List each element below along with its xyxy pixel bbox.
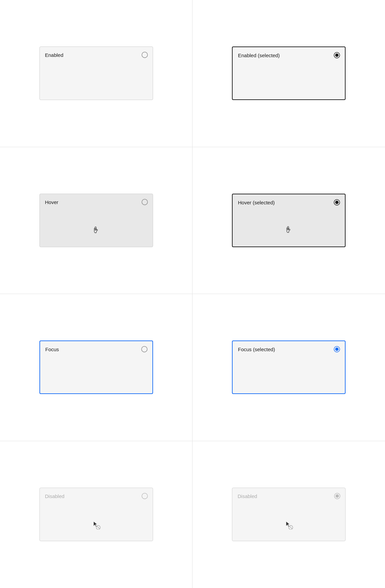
card-disabled: Disabled <box>39 488 153 541</box>
state-grid: Enabled Enabled (selected) Hover <box>0 0 385 588</box>
cell-hover-selected: Hover (selected) <box>192 147 385 294</box>
card-hover[interactable]: Hover <box>39 194 153 247</box>
cell-disabled: Disabled <box>0 441 192 588</box>
card-label-focus: Focus <box>45 347 59 352</box>
card-label-focus-selected: Focus (selected) <box>238 347 275 352</box>
card-label-enabled: Enabled <box>45 52 63 58</box>
card-enabled[interactable]: Enabled <box>39 46 153 100</box>
card-focus-selected[interactable]: Focus (selected) <box>232 340 346 394</box>
svg-point-15 <box>142 493 147 499</box>
disabled-cursor-icon <box>92 520 101 531</box>
card-disabled-selected: Disabled <box>232 488 346 541</box>
card-focus[interactable]: Focus <box>39 340 153 394</box>
card-label-disabled: Disabled <box>45 493 65 499</box>
card-label-hover: Hover <box>45 199 58 205</box>
svg-point-2 <box>335 54 339 57</box>
radio-icon-disabled <box>141 493 148 499</box>
hand-cursor-hover <box>92 226 101 237</box>
cell-enabled: Enabled <box>0 0 192 147</box>
radio-icon-hover-selected <box>334 199 340 206</box>
card-hover-selected[interactable]: Hover (selected) <box>232 194 346 247</box>
svg-point-0 <box>142 52 147 58</box>
svg-line-17 <box>97 526 99 529</box>
svg-point-8 <box>335 201 339 204</box>
card-label-disabled-selected: Disabled <box>238 493 257 499</box>
svg-point-19 <box>336 494 339 498</box>
radio-icon-hover <box>141 199 148 205</box>
hand-cursor-hover-selected <box>284 226 293 236</box>
card-label-enabled-selected: Enabled (selected) <box>238 53 280 58</box>
radio-icon-focus <box>141 346 148 353</box>
svg-point-3 <box>142 199 147 205</box>
radio-icon-enabled-selected <box>334 52 340 59</box>
svg-point-14 <box>335 348 339 351</box>
radio-icon-enabled <box>141 52 148 58</box>
cell-hover: Hover <box>0 147 192 294</box>
svg-point-12 <box>141 347 147 352</box>
radio-icon-disabled-selected <box>334 493 341 499</box>
svg-line-21 <box>289 526 292 529</box>
card-label-hover-selected: Hover (selected) <box>238 200 275 205</box>
card-enabled-selected[interactable]: Enabled (selected) <box>232 46 346 100</box>
disabled-cursor-icon-selected <box>284 520 293 531</box>
cell-enabled-selected: Enabled (selected) <box>192 0 385 147</box>
cell-disabled-selected: Disabled <box>192 441 385 588</box>
cell-focus: Focus <box>0 294 192 441</box>
radio-icon-focus-selected <box>334 346 340 353</box>
cell-focus-selected: Focus (selected) <box>192 294 385 441</box>
